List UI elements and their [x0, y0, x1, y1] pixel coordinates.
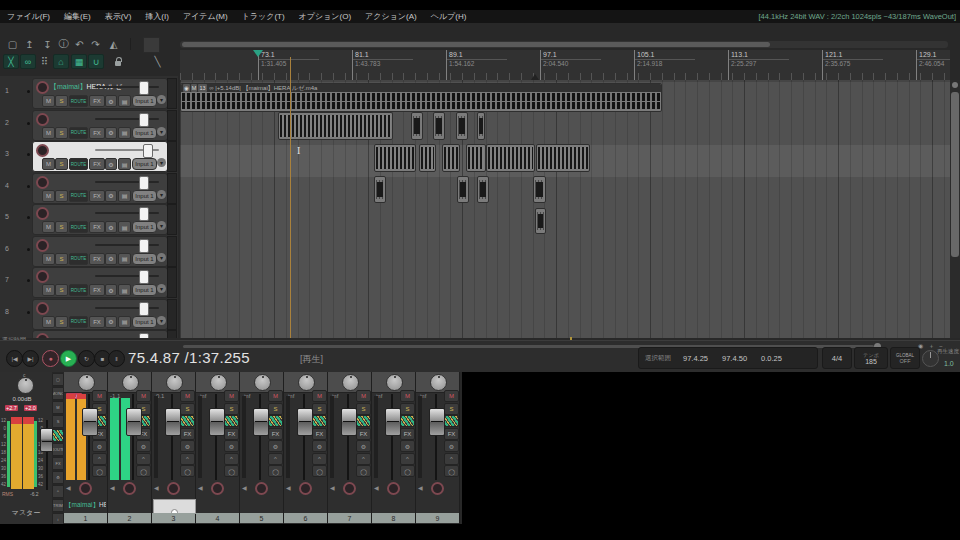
fx-button[interactable]: FX	[89, 190, 105, 202]
route-button[interactable]: ROUTE	[69, 284, 88, 296]
go-to-end-button[interactable]: ▶|	[22, 350, 39, 367]
strip-number[interactable]: 1	[64, 513, 107, 523]
menu-item[interactable]: ヘルプ(H)	[424, 11, 474, 22]
solo-button[interactable]: S	[55, 95, 68, 107]
midi-button[interactable]: ▤	[118, 284, 131, 296]
fx-settings-button[interactable]: ⚙	[105, 127, 117, 139]
volume-knob[interactable]	[139, 333, 149, 338]
track-panel[interactable]: MSROUTEFX⚙▤Input 1▾	[32, 236, 168, 267]
record-arm-button[interactable]	[36, 333, 49, 338]
route-button[interactable]	[268, 415, 283, 427]
midi-button[interactable]: ▤	[118, 127, 131, 139]
draw-mode-icon[interactable]: ╲	[150, 54, 165, 68]
route-button[interactable]	[356, 415, 371, 427]
strip-name-selected[interactable]	[153, 499, 196, 514]
fader-knob[interactable]	[297, 408, 313, 436]
master-strip[interactable]: c0.00dB+2.7+2.01206121824303642120612182…	[0, 372, 52, 524]
solo-button[interactable]: S	[312, 403, 327, 415]
go-to-start-button[interactable]: |◀	[6, 350, 23, 367]
master-col-button-s[interactable]: S	[52, 415, 64, 428]
record-arm-button[interactable]	[36, 176, 49, 189]
mute-button[interactable]: M	[42, 158, 55, 170]
fx-settings-button[interactable]: ⚙	[136, 440, 151, 452]
timeline-ruler[interactable]: 73.11:31.40581.11:43.78389.11:54.16297.1…	[180, 50, 950, 81]
snap-icon[interactable]: ∪	[88, 54, 104, 69]
fader-track[interactable]	[132, 394, 134, 480]
mixer-strip[interactable]: +2.0MSFX⚙^◯◀【maimai】HE1	[64, 372, 108, 524]
phase-button[interactable]: ◯	[268, 465, 283, 477]
record-arm-button[interactable]	[36, 207, 49, 220]
input-selector[interactable]: Input 1	[132, 158, 157, 170]
media-item[interactable]	[535, 208, 546, 234]
phase-button[interactable]: ◯	[356, 465, 371, 477]
record-arm-button[interactable]	[299, 482, 312, 495]
mixer-strip[interactable]: -infMSFX⚙^◯◀6	[284, 372, 328, 524]
envelope-button[interactable]: ^	[312, 453, 327, 465]
custom-action-button[interactable]	[143, 37, 160, 53]
record-arm-button[interactable]	[79, 482, 92, 495]
fx-button[interactable]: FX	[444, 428, 459, 440]
midi-button[interactable]: ▤	[118, 95, 131, 107]
lock-icon[interactable]	[110, 54, 125, 68]
mixer-strip[interactable]: -infMSFX⚙^◯◀7	[328, 372, 372, 524]
pan-knob[interactable]	[254, 374, 271, 391]
fx-settings-button[interactable]: ⚙	[105, 95, 117, 107]
record-arm-button[interactable]	[36, 81, 49, 94]
input-dropdown-icon[interactable]: ▾	[157, 158, 166, 167]
phase-button[interactable]: ◯	[444, 465, 459, 477]
solo-button[interactable]: S	[356, 403, 371, 415]
media-item[interactable]	[477, 176, 489, 203]
fader-knob[interactable]	[209, 408, 225, 436]
mute-button[interactable]: M	[136, 390, 151, 402]
master-col-button-trim[interactable]: TRIM	[52, 499, 64, 512]
volume-slider[interactable]	[95, 86, 159, 88]
media-item[interactable]	[374, 176, 386, 203]
media-item[interactable]	[466, 144, 486, 172]
master-col-button-mono[interactable]: MONO	[52, 387, 64, 400]
fx-button[interactable]: FX	[89, 316, 105, 328]
solo-button[interactable]: S	[268, 403, 283, 415]
volume-knob[interactable]	[139, 239, 149, 253]
media-item[interactable]	[456, 112, 468, 140]
input-dropdown-icon[interactable]: ▾	[157, 95, 166, 104]
media-item[interactable]	[374, 144, 416, 172]
input-selector[interactable]: Input 1	[132, 95, 157, 107]
mute-button[interactable]: M	[268, 390, 283, 402]
media-item[interactable]	[536, 144, 590, 172]
master-col-button-[interactable]: ⚙	[52, 471, 64, 484]
metronome-icon[interactable]: ◭	[106, 37, 121, 51]
phase-button[interactable]: ◯	[400, 465, 415, 477]
pan-knob[interactable]	[430, 374, 447, 391]
mute-button[interactable]: M	[312, 390, 327, 402]
volume-knob[interactable]	[143, 144, 153, 158]
media-item[interactable]: ◉M13 ∞ |+5.14dB| 【maimai】HERA ルゼ.m4a	[180, 83, 662, 112]
volume-knob[interactable]	[139, 270, 149, 284]
mixer-strip[interactable]: -infMSFX⚙^◯◀4	[196, 372, 240, 524]
master-col-button-[interactable]	[52, 429, 64, 442]
input-dropdown-icon[interactable]: ▾	[157, 127, 166, 136]
mixer-strip[interactable]: -1.1MSFX⚙^◯◀2	[108, 372, 152, 524]
fx-settings-button[interactable]: ⚙	[105, 284, 117, 296]
track-panel[interactable]: MSROUTEFX⚙▤Input 1▾	[32, 110, 168, 141]
mute-button[interactable]: M	[444, 390, 459, 402]
fx-settings-button[interactable]: ⚙	[444, 440, 459, 452]
fx-settings-button[interactable]: ⚙	[105, 253, 117, 265]
track-panel[interactable]: MSROUTEFX⚙▤Input 1▾	[32, 330, 168, 338]
master-col-button-fx[interactable]: FX	[52, 457, 64, 470]
menu-item[interactable]: 編集(E)	[57, 11, 98, 22]
track-panel[interactable]: MSROUTEFX⚙▤Input 1▾	[32, 173, 168, 204]
fader-track[interactable]	[391, 394, 393, 480]
volume-slider[interactable]	[95, 244, 159, 246]
play-button[interactable]: ▶	[60, 350, 77, 367]
fx-settings-button[interactable]: ⚙	[180, 440, 195, 452]
global-automation-button[interactable]: GLOBALOFF	[890, 347, 920, 369]
route-button[interactable]	[312, 415, 327, 427]
fx-settings-button[interactable]: ⚙	[268, 440, 283, 452]
strip-number[interactable]: 8	[372, 513, 415, 523]
fader-knob[interactable]	[82, 408, 98, 436]
volume-slider[interactable]	[95, 181, 159, 183]
record-arm-button[interactable]	[36, 270, 49, 283]
master-col-button-i[interactable]: i	[52, 513, 64, 524]
record-arm-button[interactable]	[36, 144, 49, 157]
pan-knob[interactable]	[210, 374, 227, 391]
